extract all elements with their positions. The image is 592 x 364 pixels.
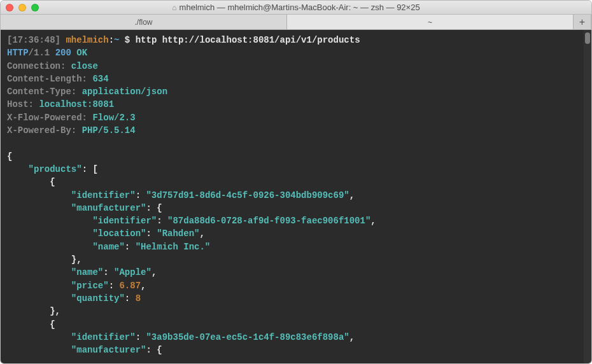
tab-flow[interactable]: ./flow [1, 15, 287, 29]
hdr-xflow-k: X-Flow-Powered: [7, 113, 87, 123]
scrollbar-thumb[interactable] [585, 32, 590, 44]
window-title-text: mhelmich — mhelmich@Martins-MacBook-Air:… [180, 3, 420, 12]
json-m1-loc-v: "Rahden" [157, 228, 199, 239]
json-p2-id-v: "3a9b35de-07ea-ec5c-1c4f-89c83e6f898a" [146, 332, 349, 342]
json-m1-id-k: "identifier" [92, 216, 157, 226]
json-p1-qty-k: "quantity" [71, 293, 125, 304]
json-p1-name-k: "name" [71, 267, 103, 277]
prompt-time: [17:36:48] [7, 35, 60, 45]
json-m1-loc-k: "location" [92, 228, 146, 239]
hdr-connection-k: Connection: [7, 61, 66, 71]
json-p1-id-k: "identifier" [71, 190, 136, 200]
json-obj-open: { [50, 177, 55, 187]
terminal-content[interactable]: [17:36:48] mhelmich:~ $ http http://loca… [1, 30, 591, 363]
window-title: ⌂ mhelmich — mhelmich@Martins-MacBook-Ai… [1, 3, 591, 12]
traffic-lights [6, 4, 39, 11]
resp-status-code: 200 [55, 48, 71, 58]
terminal-window: ⌂ mhelmich — mhelmich@Martins-MacBook-Ai… [0, 0, 592, 364]
scrollbar-track[interactable] [584, 30, 591, 363]
tab-home[interactable]: ~ [287, 15, 574, 29]
json-open-brace: { [7, 151, 12, 162]
hdr-xpowered-k: X-Powered-By: [7, 125, 76, 136]
prompt-user: mhelmich [66, 35, 108, 45]
json-p1-qty-v: 8 [136, 293, 141, 304]
minimize-button[interactable] [18, 4, 26, 11]
prompt-sep: : [109, 35, 114, 45]
title-bar: ⌂ mhelmich — mhelmich@Martins-MacBook-Ai… [1, 1, 591, 15]
home-icon: ⌂ [172, 3, 176, 12]
json-p2-mfr-k: "manufacturer" [71, 345, 146, 355]
prompt-sigil: $ [125, 35, 130, 45]
json-obj-close-comma: }, [71, 255, 82, 265]
json-colon-bracket: : [ [82, 164, 98, 174]
hdr-contentlength-k: Content-Length: [7, 74, 87, 84]
hdr-host-v: localhost:8081 [39, 99, 114, 109]
prompt-path: ~ [114, 35, 119, 45]
hdr-xflow-v: Flow/2.3 [92, 113, 135, 123]
hdr-xpowered-v: PHP/5.5.14 [82, 125, 136, 136]
resp-protocol: HTTP [7, 48, 29, 58]
tab-bar: ./flow ~ + [1, 15, 591, 30]
json-m1-id-v: "87da88d6-0728-af9d-f093-faec906f1001" [167, 216, 370, 226]
json-p1-price-k: "price" [71, 281, 109, 291]
json-obj-close-comma2: }, [50, 306, 60, 316]
json-products-key: "products" [29, 164, 82, 174]
json-m1-name-k: "name" [92, 242, 124, 252]
hdr-host-k: Host: [7, 99, 34, 109]
tab-add-button[interactable]: + [574, 15, 591, 29]
json-obj-open2: { [50, 319, 55, 330]
resp-slash: /1.1 [29, 48, 50, 58]
prompt-command: http http://localhost:8081/api/v1/produc… [136, 35, 360, 45]
json-p1-id-v: "3d757d91-8d6d-4c5f-0926-304bdb909c69" [146, 190, 349, 200]
close-button[interactable] [6, 4, 13, 11]
hdr-contenttype-k: Content-Type: [7, 87, 76, 97]
json-p1-mfr-k: "manufacturer" [71, 203, 146, 213]
zoom-button[interactable] [31, 4, 39, 11]
json-p1-price-v: 6.87 [119, 281, 141, 291]
hdr-contentlength-v: 634 [92, 74, 108, 84]
json-brace-open-partial: : { [146, 345, 162, 355]
json-p2-id-k: "identifier" [71, 332, 136, 342]
resp-status-text: OK [76, 48, 87, 58]
hdr-connection-v: close [71, 61, 98, 71]
json-p1-name-v: "Apple" [114, 267, 152, 277]
hdr-contenttype-v: application/json [82, 87, 167, 97]
json-m1-name-v: "Helmich Inc." [136, 242, 211, 252]
